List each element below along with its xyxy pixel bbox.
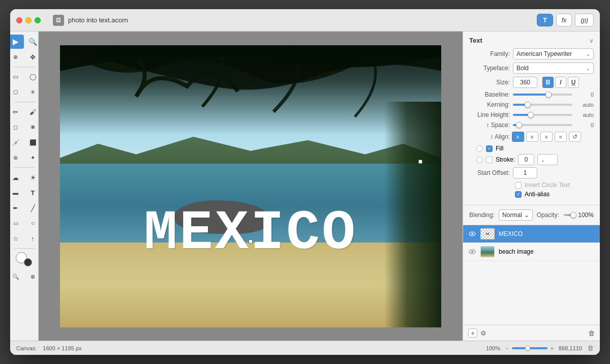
zoom-value: 100%: [486, 345, 500, 351]
eraser-tool[interactable]: ◻: [10, 120, 24, 134]
svg-point-1: [471, 233, 473, 235]
eye-icon-mexico[interactable]: [468, 230, 476, 238]
opacity-slider[interactable]: [563, 214, 574, 216]
fx-button[interactable]: fx: [556, 14, 572, 26]
canvas-size: 1600 × 1195 px: [43, 345, 81, 351]
add-layer-button[interactable]: +: [468, 328, 477, 338]
eye-icon-beach[interactable]: [468, 248, 476, 256]
space-thumb[interactable]: [516, 122, 522, 128]
baseline-thumb[interactable]: [545, 92, 552, 98]
underline-button[interactable]: U: [568, 77, 579, 88]
clone-tool[interactable]: ⊛: [10, 150, 24, 165]
window-icon: 🖼: [53, 15, 64, 26]
minimize-button[interactable]: [25, 17, 32, 23]
cloud-tool[interactable]: ☁: [10, 170, 24, 185]
select-tool[interactable]: ▶: [10, 35, 24, 49]
layer-name-beach: beach image: [499, 248, 595, 255]
family-row: Family: American Typewriter ⌄: [469, 48, 594, 59]
pencil-tool[interactable]: ✏: [10, 105, 24, 119]
eyedropper-tool[interactable]: 💉: [10, 135, 24, 149]
line-height-track[interactable]: [513, 114, 572, 116]
space-label: ↕ Space:: [469, 122, 510, 129]
stroke-value[interactable]: 0: [518, 154, 534, 165]
family-select[interactable]: American Typewriter ⌄: [513, 48, 594, 59]
coordinates: 868,1110: [559, 345, 582, 351]
align-label: ↕ Align:: [469, 133, 510, 140]
space-row: ↕ Space: 0: [469, 122, 594, 129]
titlebar: 🖼 photo into text.acorn T fx (p): [10, 9, 600, 32]
pen-tool[interactable]: ✒: [10, 201, 24, 215]
kerning-thumb[interactable]: [525, 102, 531, 108]
kerning-track[interactable]: [513, 104, 572, 106]
fill-label: Fill: [496, 145, 503, 152]
fill-checkbox[interactable]: ✓: [486, 145, 493, 152]
star-tool[interactable]: ☆: [10, 231, 24, 246]
fullscreen-button[interactable]: [35, 17, 41, 23]
rect-select-tool[interactable]: ▭: [10, 70, 24, 84]
typeface-label: Typeface:: [469, 65, 510, 72]
rectangle-tool[interactable]: ▭: [10, 216, 24, 230]
titlebar-buttons: T fx (p): [537, 14, 594, 26]
layer-beach[interactable]: beach image: [463, 243, 600, 261]
start-offset-row: Start Offset: 1: [469, 167, 594, 178]
align-right-button[interactable]: ≡: [540, 132, 553, 142]
main-area: ▶ 🔍 ⊕ ✥ ▭ ◯ ⬡ ✳ ✏ 🖌 ◻ ❋: [10, 32, 600, 341]
rect-shape-tool[interactable]: ▬: [10, 186, 24, 200]
align-left-button[interactable]: ≡: [512, 132, 524, 142]
traffic-lights: [16, 17, 41, 23]
align-center-button[interactable]: ≡: [526, 132, 538, 142]
space-value: 0: [575, 122, 594, 128]
layer-settings-button[interactable]: ⚙: [480, 329, 486, 337]
zoom-plus-btn[interactable]: +: [551, 345, 554, 351]
panel-collapse-icon[interactable]: ∨: [589, 37, 594, 44]
status-right: 100% − + 868,1110 🗑: [486, 344, 594, 352]
bold-button[interactable]: B: [542, 77, 554, 88]
anti-alias-checkbox[interactable]: ✓: [515, 191, 522, 198]
layer-mexico[interactable]: M MEXICO: [463, 225, 600, 243]
start-offset-label: Start Offset:: [469, 169, 510, 176]
blending-select[interactable]: Normal ⌄: [499, 209, 533, 221]
delete-layer-button[interactable]: 🗑: [588, 329, 595, 337]
zoom-slider[interactable]: [512, 347, 547, 349]
typeface-select[interactable]: Bold ⌄: [513, 63, 594, 74]
stroke-radio[interactable]: [476, 157, 483, 163]
line-height-row: Line Height: auto: [469, 111, 594, 118]
app-window: 🖼 photo into text.acorn T fx (p) ▶ 🔍 ⊕ ✥…: [10, 9, 600, 355]
kerning-row: Kerning: auto: [469, 101, 594, 108]
text-panel-title: Text: [469, 37, 482, 44]
size-row: Size: 360 B I U: [469, 77, 594, 88]
lasso-tool[interactable]: ⬡: [10, 85, 24, 99]
align-justify-button[interactable]: ≡: [555, 132, 567, 142]
italic-button[interactable]: I: [555, 77, 566, 88]
canvas-area[interactable]: MEXICO: [39, 32, 463, 341]
invert-circle-checkbox[interactable]: [515, 182, 522, 189]
invert-circle-row: Invert Circle Text: [469, 181, 594, 189]
p-button[interactable]: (p): [575, 14, 594, 26]
baseline-track[interactable]: [513, 94, 572, 96]
selection-handle-top[interactable]: [418, 160, 422, 164]
line-height-thumb[interactable]: [528, 112, 534, 118]
start-offset-input[interactable]: 1: [513, 167, 537, 178]
align-extra-button[interactable]: ↺: [569, 132, 581, 142]
background-color[interactable]: [24, 258, 32, 266]
mexico-text[interactable]: MEXICO: [144, 201, 357, 265]
close-button[interactable]: [16, 17, 22, 23]
stroke-checkbox[interactable]: [486, 157, 493, 163]
selection-handle-bottom[interactable]: [249, 239, 253, 244]
canvas[interactable]: MEXICO: [60, 45, 441, 327]
zoom-thumb[interactable]: [525, 346, 530, 351]
fill-row: ✓ Fill: [473, 145, 594, 152]
stroke-type-select[interactable]: ⌄: [537, 154, 558, 165]
opacity-thumb[interactable]: [570, 212, 576, 218]
crop-tool[interactable]: ⊕: [10, 50, 24, 64]
space-track[interactable]: [513, 124, 572, 126]
size-input[interactable]: 360: [513, 77, 537, 88]
right-panel: Text ∨ Family: American Typewriter ⌄ Typ…: [463, 32, 600, 341]
text-tool-button[interactable]: T: [537, 14, 553, 26]
zoom-minus[interactable]: 🔍: [10, 269, 24, 284]
trash-icon[interactable]: 🗑: [587, 344, 594, 352]
window-title: photo into text.acorn: [68, 16, 128, 24]
zoom-minus-btn[interactable]: −: [505, 345, 508, 351]
fill-radio[interactable]: [476, 145, 483, 152]
anti-alias-row: ✓ Anti-alias: [469, 191, 594, 198]
